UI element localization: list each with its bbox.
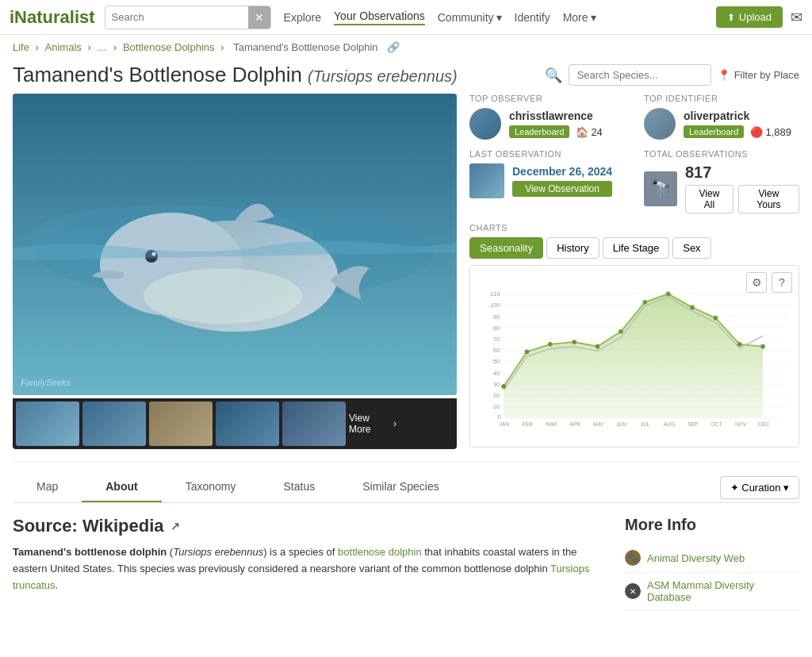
total-obs-row: 🔭 817 View All View Yours [644,163,799,213]
total-obs-label: TOTAL OBSERVATIONS [644,149,799,159]
bottlenose-dolphin-link[interactable]: bottlenose dolphin [338,546,422,558]
top-identifier-label: TOP IDENTIFIER [644,94,799,103]
nav-your-observations[interactable]: Your Observations [334,10,425,25]
svg-text:90: 90 [493,313,500,321]
identifier-avatar [644,108,676,140]
charts-label: CHARTS [469,223,799,232]
svg-text:JUN: JUN [616,421,626,427]
breadcrumb-life[interactable]: Life [13,41,29,53]
svg-point-40 [666,292,671,297]
breadcrumb-ellipsis[interactable]: … [97,41,107,53]
more-info-item-2: ✕ ASM Mammal Diversity Database [625,573,799,610]
identifier-info: oliverpatrick Leaderboard 🔴 1,889 [684,110,791,138]
charts-tabs: Seasonality History Life Stage Sex [469,237,799,259]
view-observation-button[interactable]: View Observation [512,181,612,197]
animal-diversity-link[interactable]: Animal Diversity Web [647,552,745,564]
chart-help-button[interactable]: ? [772,272,792,293]
svg-text:50: 50 [493,358,500,365]
seasonality-chart: 110 100 90 80 70 60 50 40 30 20 10 0 [477,272,792,440]
thumbnail-2[interactable] [82,402,146,446]
svg-text:MAY: MAY [593,421,604,427]
svg-text:100: 100 [490,302,500,309]
observer-badges: Leaderboard 🏠 24 [509,125,603,138]
svg-text:DEC: DEC [758,421,769,427]
svg-marker-32 [504,294,763,417]
svg-point-36 [572,340,576,344]
nav-identify[interactable]: Identify [515,11,550,24]
breadcrumb-bottlenose-dolphins[interactable]: Bottlenose Dolphins [123,41,215,53]
nav-explore[interactable]: Explore [284,11,321,24]
observer-leaderboard-badge: Leaderboard [509,125,569,138]
more-info-item-1: 🐾 Animal Diversity Web [625,544,799,573]
identifier-name[interactable]: oliverpatrick [684,110,791,122]
svg-text:NOV: NOV [735,421,747,427]
info-icon[interactable]: 🔗 [387,41,400,53]
svg-point-44 [760,344,765,349]
last-observation-section: LAST OBSERVATION December 26, 2024 View … [469,149,625,213]
total-obs-count: 817 [685,163,799,182]
breadcrumb: Life › Animals › … › Bottlenose Dolphins… [0,35,812,60]
svg-point-39 [642,300,647,305]
svg-text:AUG: AUG [664,421,675,427]
tab-seasonality[interactable]: Seasonality [469,237,543,259]
svg-point-41 [690,305,695,310]
thumbnail-4[interactable] [216,402,279,446]
truncatus-link[interactable]: Tursiops truncatus [13,563,589,591]
chart-settings-button[interactable]: ⚙ [746,272,767,293]
view-all-button[interactable]: View All [685,185,733,213]
svg-text:10: 10 [493,403,500,410]
nav-community[interactable]: Community ▾ [438,11,502,24]
thumbnail-3[interactable] [149,402,213,446]
tab-taxonomy[interactable]: Taxonomy [162,472,260,502]
observer-name[interactable]: chrisstlawrence [509,110,603,122]
identifier-row: oliverpatrick Leaderboard 🔴 1,889 [644,108,799,140]
observer-count: 🏠 24 [576,126,602,138]
filter-place-button[interactable]: 📍 Filter by Place [718,69,799,81]
last-obs-thumbnail[interactable] [469,163,504,198]
curation-button[interactable]: ✦ Curation ▾ [720,476,799,499]
tab-sex[interactable]: Sex [672,237,710,259]
thumbnails-strip: View More › [13,398,457,449]
upload-button[interactable]: Upload [716,6,783,28]
breadcrumb-animals[interactable]: Animals [45,41,82,53]
main-image[interactable]: FamilySeeks [13,94,457,395]
navbar: iNaturalist ✕ Explore Your Observations … [0,0,812,35]
search-input[interactable] [105,11,248,23]
brand-logo[interactable]: iNaturalist [10,7,95,28]
svg-point-7 [144,268,302,324]
tab-life-stage[interactable]: Life Stage [603,237,670,259]
svg-text:APR: APR [570,421,581,427]
nav-search-box[interactable]: ✕ [105,6,271,29]
search-clear-button[interactable]: ✕ [248,6,270,29]
about-text: Tamanend's bottlenose dolphin (Tursiops … [13,544,606,594]
tab-history[interactable]: History [546,237,599,259]
last-obs-label: LAST OBSERVATION [469,149,625,159]
watermark-text: FamilySeeks [21,378,71,387]
search-species-input[interactable] [569,64,711,86]
page-title: Tamanend's Bottlenose Dolphin (Tursiops … [13,63,458,87]
view-yours-button[interactable]: View Yours [738,185,799,213]
asm-mammal-link[interactable]: ASM Mammal Diversity Database [647,579,799,603]
tab-similar-species[interactable]: Similar Species [339,472,462,502]
pin-icon: 📍 [718,69,730,81]
svg-text:30: 30 [493,381,500,388]
observer-avatar [469,108,501,140]
tab-map[interactable]: Map [13,472,82,502]
x-icon: ✕ [625,583,641,599]
tab-status[interactable]: Status [259,472,339,502]
nav-more[interactable]: More ▾ [563,11,596,24]
breadcrumb-current: Tamanend's Bottlenose Dolphin [233,41,377,53]
view-more-button[interactable]: View More › [349,402,396,446]
search-species-icon: 🔍 [545,67,562,84]
external-link-icon[interactable]: ↗ [170,520,180,532]
svg-text:20: 20 [493,392,500,399]
thumbnail-5[interactable] [282,402,346,446]
svg-point-34 [525,349,530,354]
total-obs-icon: 🔭 [644,171,677,206]
mail-icon[interactable]: ✉ [791,9,802,26]
tab-about[interactable]: About [82,472,161,502]
last-obs-row: December 26, 2024 View Observation [469,163,625,198]
svg-text:0: 0 [498,413,501,421]
thumbnail-1[interactable] [16,402,79,446]
right-column: TOP OBSERVER chrisstlawrence Leaderboard… [469,94,799,449]
